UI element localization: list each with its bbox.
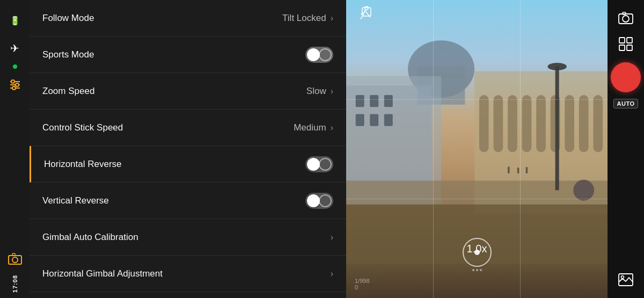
- svg-point-5: [12, 86, 16, 90]
- horizontal-gimbal-adjustment-chevron: ›: [331, 269, 333, 279]
- right-sidebar: AUTO: [608, 0, 644, 298]
- svg-rect-23: [508, 95, 517, 152]
- svg-rect-15: [370, 95, 378, 107]
- zoom-speed-chevron: ›: [331, 86, 333, 96]
- menu-item-vertical-reverse[interactable]: Vertical Reverse: [30, 183, 346, 219]
- follow-mode-chevron: ›: [331, 13, 333, 23]
- svg-rect-21: [479, 95, 489, 152]
- vertical-reverse-toggle[interactable]: [305, 193, 333, 209]
- follow-mode-right: Tilt Locked ›: [282, 13, 333, 24]
- menu-item-horizontal-gimbal-adjustment[interactable]: Horizontal Gimbal Adjustment ›: [30, 256, 346, 292]
- control-stick-speed-right: Medium ›: [294, 122, 333, 133]
- menu-item-sports-mode[interactable]: Sports Mode: [30, 37, 346, 73]
- crosshair-dot-1: [472, 269, 474, 271]
- bottom-section: 17:08: [5, 245, 25, 293]
- sliders-icon[interactable]: [5, 75, 25, 95]
- svg-rect-18: [370, 114, 378, 126]
- time-display: 17:08: [12, 275, 18, 293]
- svg-rect-27: [565, 95, 574, 152]
- horizontal-reverse-label: Horizontal Reverse: [44, 159, 122, 170]
- menu-item-control-stick-speed[interactable]: Control Stick Speed Medium ›: [30, 110, 346, 146]
- svg-rect-36: [526, 167, 528, 173]
- vertical-reverse-thumb: [307, 194, 320, 207]
- svg-rect-45: [619, 45, 625, 50]
- zoom-speed-right: Slow ›: [306, 86, 333, 97]
- svg-point-7: [12, 257, 18, 263]
- svg-rect-22: [493, 95, 503, 152]
- record-button[interactable]: [611, 62, 641, 92]
- svg-rect-28: [579, 95, 589, 152]
- zoom-speed-label: Zoom Speed: [42, 86, 94, 97]
- camera-view: 1.0x 1/998 0: [346, 0, 608, 298]
- menu-item-horizontal-reverse[interactable]: Horizontal Reverse: [30, 146, 346, 183]
- control-stick-speed-label: Control Stick Speed: [42, 122, 123, 133]
- apps-grid-icon[interactable]: [614, 32, 638, 56]
- camera-switch-icon[interactable]: [614, 6, 638, 30]
- svg-rect-14: [356, 95, 364, 107]
- sub-info-1: 1/998: [355, 278, 370, 284]
- svg-point-32: [547, 63, 566, 70]
- svg-point-3: [11, 80, 14, 83]
- svg-rect-19: [384, 114, 393, 126]
- crosshair-inner: [474, 250, 480, 255]
- airplane-icon: ✈: [5, 39, 25, 58]
- menu-item-gimbal-auto-calibration[interactable]: Gimbal Auto Calibration ›: [30, 219, 346, 256]
- horizontal-reverse-circle: [319, 158, 332, 171]
- camera-bottom-icon[interactable]: [5, 249, 25, 268]
- horizontal-reverse-toggle[interactable]: [305, 156, 333, 172]
- svg-rect-16: [384, 95, 393, 107]
- control-stick-speed-value: Medium: [294, 122, 326, 133]
- signal-dot: [13, 64, 17, 69]
- crosshair-dot-2: [476, 269, 478, 271]
- vertical-reverse-circle: [319, 194, 332, 207]
- sub-info-2: 0: [355, 284, 370, 290]
- gimbal-auto-calibration-label: Gimbal Auto Calibration: [42, 232, 138, 243]
- svg-rect-25: [536, 95, 546, 152]
- crosshair-outer: [463, 238, 492, 267]
- left-sidebar: 🔋 ✈ 17:08: [0, 0, 30, 298]
- svg-point-48: [621, 276, 624, 279]
- sports-mode-toggle[interactable]: [305, 47, 333, 63]
- follow-mode-value: Tilt Locked: [282, 13, 326, 24]
- control-stick-speed-chevron: ›: [331, 123, 333, 133]
- gallery-icon[interactable]: [614, 268, 638, 292]
- svg-rect-43: [619, 38, 625, 43]
- crosshair-dot-3: [480, 269, 482, 271]
- menu-panel: Follow Mode Tilt Locked › Sports Mode Zo…: [30, 0, 346, 298]
- sports-mode-right: [305, 47, 333, 63]
- svg-point-38: [365, 6, 368, 10]
- svg-rect-8: [12, 253, 15, 256]
- svg-rect-35: [517, 168, 519, 174]
- horizontal-gimbal-adjustment-right: ›: [331, 269, 333, 279]
- svg-rect-34: [508, 166, 510, 173]
- svg-rect-24: [522, 95, 532, 152]
- svg-point-4: [16, 83, 19, 86]
- svg-rect-17: [356, 114, 364, 126]
- horizontal-reverse-right: [305, 156, 333, 172]
- svg-point-41: [623, 16, 629, 22]
- zoom-speed-value: Slow: [306, 86, 326, 97]
- horizontal-reverse-thumb: [307, 158, 320, 171]
- sports-mode-circle: [319, 48, 332, 61]
- follow-mode-label: Follow Mode: [42, 13, 94, 24]
- menu-item-follow-mode[interactable]: Follow Mode Tilt Locked ›: [30, 0, 346, 37]
- svg-point-37: [573, 180, 594, 201]
- gimbal-auto-calibration-right: ›: [331, 232, 333, 242]
- svg-rect-44: [627, 38, 632, 43]
- sub-info: 1/998 0: [355, 278, 370, 290]
- horizontal-gimbal-adjustment-label: Horizontal Gimbal Adjustment: [42, 268, 163, 279]
- svg-rect-46: [627, 45, 632, 50]
- svg-rect-31: [555, 67, 559, 190]
- gimbal-auto-calibration-chevron: ›: [331, 232, 333, 242]
- crosshair: [463, 238, 492, 271]
- svg-rect-29: [593, 95, 603, 152]
- svg-rect-42: [623, 12, 626, 14]
- auto-badge[interactable]: AUTO: [613, 99, 639, 108]
- battery-icon: 🔋: [5, 11, 25, 30]
- menu-item-zoom-speed[interactable]: Zoom Speed Slow ›: [30, 73, 346, 110]
- sports-mode-label: Sports Mode: [42, 49, 94, 60]
- sports-mode-thumb: [307, 48, 320, 61]
- runner-icon: [357, 5, 373, 25]
- vertical-reverse-right: [305, 193, 333, 209]
- vertical-reverse-label: Vertical Reverse: [42, 195, 109, 206]
